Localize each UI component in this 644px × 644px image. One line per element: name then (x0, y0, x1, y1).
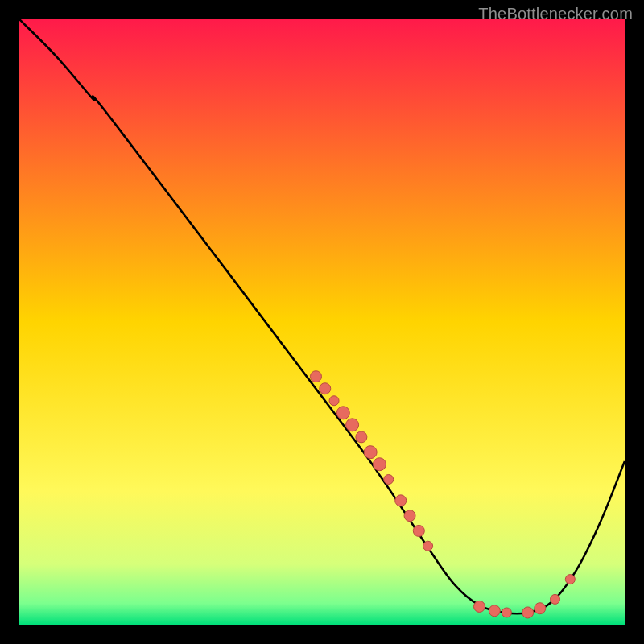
scatter-point (502, 608, 511, 617)
chart-stage: TheBottlenecker.com (0, 0, 644, 644)
scatter-point (535, 603, 546, 614)
scatter-point (423, 541, 433, 551)
plot-area (19, 19, 625, 625)
scatter-point (310, 371, 321, 382)
scatter-point (364, 446, 377, 459)
scatter-point (373, 458, 386, 471)
scatter-point (404, 510, 415, 522)
scatter-point (522, 607, 534, 618)
gradient-background (19, 19, 625, 625)
scatter-point (320, 383, 331, 394)
scatter-point (329, 396, 339, 406)
plot-svg (19, 19, 625, 625)
scatter-point (565, 575, 575, 584)
scatter-point (346, 419, 359, 431)
scatter-point (413, 525, 424, 536)
scatter-point (551, 594, 560, 604)
watermark-text: TheBottlenecker.com (478, 5, 633, 23)
scatter-point (384, 475, 394, 485)
scatter-point (474, 601, 485, 612)
scatter-point (336, 407, 349, 419)
scatter-point (395, 495, 407, 506)
scatter-point (356, 431, 367, 443)
scatter-point (489, 605, 500, 617)
